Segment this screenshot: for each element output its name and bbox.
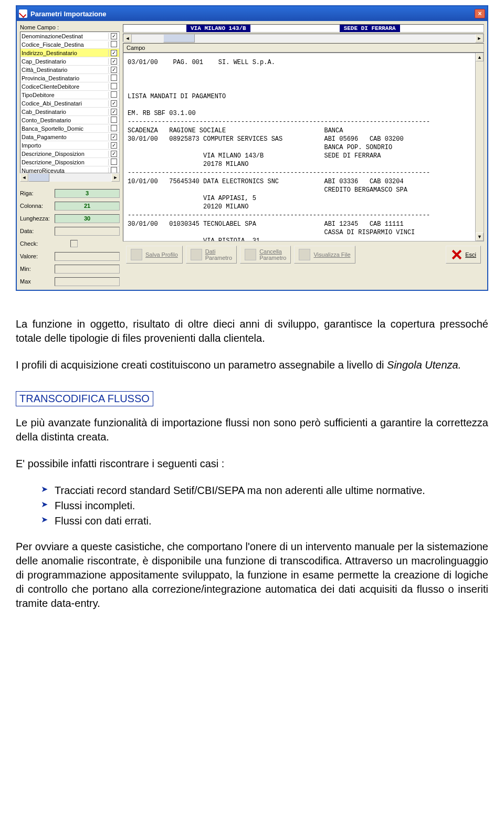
field-row[interactable]: TipoDebitore [20, 91, 119, 99]
field-name: Provincia_Destinatario [20, 75, 109, 81]
edit-icon [191, 249, 202, 260]
scroll-left-icon[interactable]: ◄ [123, 34, 132, 43]
scroll-right-icon[interactable]: ► [475, 34, 484, 43]
field-checkbox[interactable]: ✓ [111, 134, 117, 140]
nome-campo-label: Nome Campo : [20, 24, 120, 30]
field-checkbox[interactable]: ✓ [111, 109, 117, 115]
field-row[interactable]: Cab_Destinatario✓ [20, 108, 119, 116]
field-checkbox[interactable]: ✓ [111, 50, 117, 56]
lunghezza-field[interactable]: 30 [55, 214, 120, 223]
field-row[interactable]: Cap_Destinatario✓ [20, 57, 119, 66]
preview-text: 03/01/00 PAG. 001 SI. WELL S.p.A. LISTA … [123, 53, 475, 241]
field-checkbox[interactable] [111, 41, 117, 47]
field-list[interactable]: DenominazioneDestinat✓Codice_Fiscale_Des… [20, 32, 120, 173]
field-row[interactable]: Indirizzo_Destinatario✓ [20, 49, 119, 57]
field-row[interactable]: Conto_Destinatario [20, 116, 119, 124]
field-list-hscroll[interactable]: ◄ ► [20, 173, 120, 182]
max-label: Max [20, 278, 55, 285]
scroll-right-icon[interactable]: ► [111, 173, 120, 182]
field-name: Banca_Sportello_Domic [20, 125, 109, 132]
lunghezza-label: Lunghezza: [20, 215, 55, 222]
field-checkbox[interactable] [111, 83, 117, 89]
field-checkbox[interactable]: ✓ [111, 67, 117, 73]
import-params-window: Parametri Importazione × Nome Campo : De… [16, 5, 488, 291]
app-icon [19, 9, 27, 18]
riga-label: Riga: [20, 190, 55, 196]
field-row[interactable]: Città_Destinatario✓ [20, 66, 119, 74]
field-name: Descrizione_Disposizion [20, 151, 109, 157]
field-row[interactable]: Codice_Fiscale_Destina [20, 40, 119, 49]
field-name: Cap_Destinatario [20, 58, 109, 65]
field-row[interactable]: Codice_Abi_Destinatari✓ [20, 99, 119, 108]
field-name: Codice_Abi_Destinatari [20, 100, 109, 107]
field-name: NumeroRicevuta [20, 167, 109, 174]
field-row[interactable]: Importo✓ [20, 141, 119, 150]
col-header-2: SEDE DI FERRARA [340, 25, 400, 32]
field-name: Conto_Destinatario [20, 117, 109, 123]
field-row[interactable]: NumeroRicevuta [20, 166, 119, 173]
paragraph: Per ovviare a queste casistiche, che com… [16, 540, 488, 611]
field-row[interactable]: DenominazioneDestinat✓ [20, 32, 119, 40]
field-name: CodiceClienteDebitore [20, 83, 109, 90]
riga-field[interactable]: 3 [55, 189, 120, 198]
check-checkbox[interactable] [70, 240, 78, 247]
floppy-icon [131, 249, 142, 260]
field-row[interactable]: Banca_Sportello_Domic [20, 124, 119, 133]
max-field[interactable] [55, 277, 120, 286]
param-data-button[interactable]: DatiParametro [186, 246, 237, 264]
field-name: Città_Destinatario [20, 67, 109, 73]
campo-header: Campo [123, 43, 484, 52]
scroll-left-icon[interactable]: ◄ [20, 173, 28, 182]
header-hscroll[interactable]: ◄ ► [123, 34, 484, 42]
field-name: TipoDebitore [20, 92, 109, 98]
save-profile-button[interactable]: Salva Profilo [126, 246, 183, 264]
field-row[interactable]: Descrizione_Disposizion✓ [20, 150, 119, 158]
scroll-down-icon[interactable]: ▼ [476, 233, 484, 241]
list-item: Flussi incompleti. [41, 499, 488, 513]
view-file-button[interactable]: Visualizza File [294, 246, 355, 264]
field-checkbox[interactable] [111, 167, 117, 173]
window-title: Parametri Importazione [30, 10, 475, 18]
field-name: Descrizione_Disposizion [20, 159, 109, 165]
trash-icon [245, 249, 256, 260]
scroll-up-icon[interactable]: ▲ [476, 53, 484, 61]
paragraph: E' possibile infatti riscontrare i segue… [16, 457, 488, 471]
field-checkbox[interactable] [111, 159, 117, 165]
field-name: Indirizzo_Destinatario [20, 50, 109, 56]
valore-field[interactable] [55, 252, 120, 261]
field-row[interactable]: Provincia_Destinatario [20, 74, 119, 82]
field-checkbox[interactable]: ✓ [111, 142, 117, 149]
field-checkbox[interactable] [111, 117, 117, 123]
field-checkbox[interactable] [111, 125, 117, 131]
field-checkbox[interactable]: ✓ [111, 33, 117, 39]
valore-label: Valore: [20, 253, 55, 259]
colonna-label: Colonna: [20, 203, 55, 209]
bullet-list: Tracciati record standard Setif/CBI/SEPA… [41, 484, 488, 528]
field-checkbox[interactable]: ✓ [111, 58, 117, 65]
delete-param-button[interactable]: CancellaParametro [240, 246, 291, 264]
field-row[interactable]: Data_Pagamento✓ [20, 133, 119, 141]
paragraph: I profili di acquisizione creati costitu… [16, 358, 488, 372]
exit-button[interactable]: Esci [446, 246, 481, 264]
check-label: Check: [20, 240, 55, 247]
field-checkbox[interactable] [111, 91, 117, 98]
data-field[interactable] [55, 227, 120, 236]
list-item: Tracciati record standard Setif/CBI/SEPA… [41, 484, 488, 498]
close-icon[interactable]: × [475, 9, 485, 18]
field-checkbox[interactable]: ✓ [111, 151, 117, 157]
titlebar[interactable]: Parametri Importazione × [17, 6, 487, 21]
paragraph: La funzione in oggetto, risultato di olt… [16, 317, 488, 345]
min-label: Min: [20, 266, 55, 272]
paragraph: Le più avanzate funzionalità di importaz… [16, 416, 488, 444]
list-item: Flussi con dati errati. [41, 514, 488, 528]
preview-vscroll[interactable]: ▲ ▼ [475, 53, 484, 241]
field-row[interactable]: Descrizione_Disposizion [20, 158, 119, 166]
min-field[interactable] [55, 265, 120, 274]
field-name: Importo [20, 142, 109, 149]
section-heading: TRANSCODIFICA FLUSSO [16, 391, 153, 406]
field-checkbox[interactable]: ✓ [111, 100, 117, 107]
search-file-icon [299, 249, 310, 260]
field-row[interactable]: CodiceClienteDebitore [20, 82, 119, 91]
field-checkbox[interactable] [111, 75, 117, 81]
colonna-field[interactable]: 21 [55, 202, 120, 211]
